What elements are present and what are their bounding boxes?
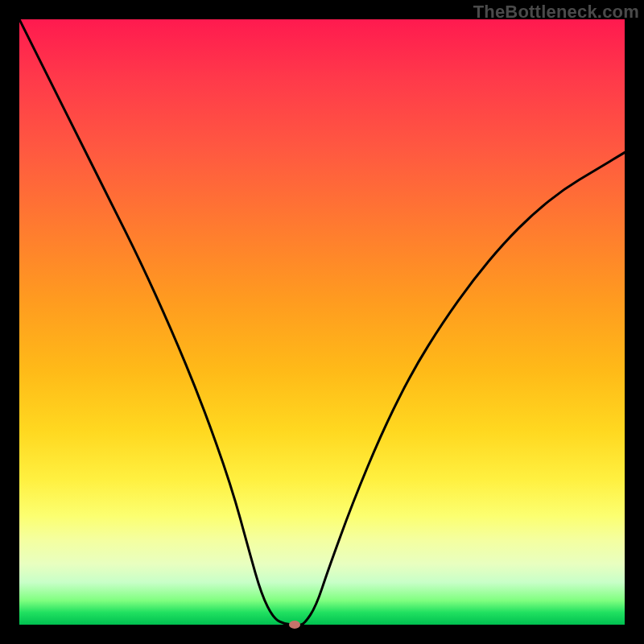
- plot-area: [19, 19, 625, 625]
- chart-frame: TheBottleneck.com: [0, 0, 644, 644]
- watermark-text: TheBottleneck.com: [473, 2, 639, 23]
- bottleneck-curve: [19, 19, 625, 625]
- optimal-point-marker: [289, 621, 300, 629]
